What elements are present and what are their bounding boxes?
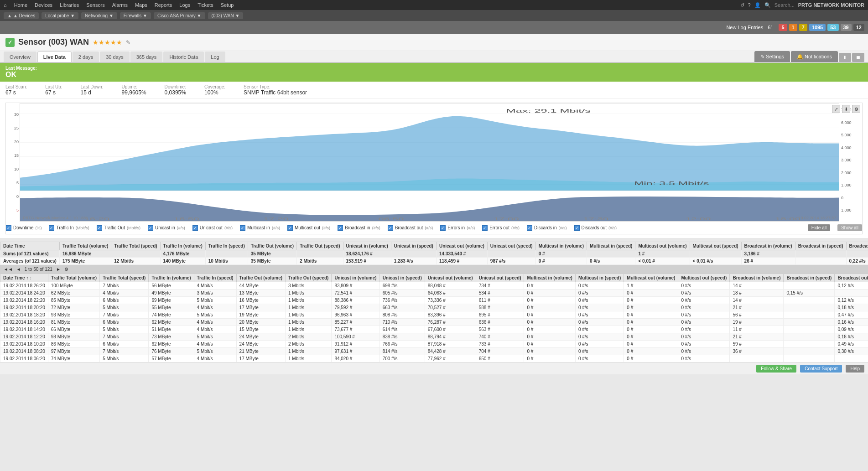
col-to-spd[interactable]: Traffic Out (speed)	[297, 242, 343, 250]
contact-support-btn[interactable]: Contact Support	[800, 365, 842, 373]
legend-checkbox-traffic-out[interactable]	[97, 225, 102, 231]
tab-30days[interactable]: 30 days	[100, 52, 130, 62]
nav-setup[interactable]: Setup	[221, 2, 234, 8]
bc-cisco[interactable]: Cisco ASA Primary ▼	[154, 12, 205, 19]
legend-discards-in[interactable]: Discards in (#/s)	[527, 225, 567, 231]
th-ti-spd[interactable]: Traffic In (speed)	[194, 274, 236, 282]
legend-checkbox-broadcast-out[interactable]	[388, 225, 393, 231]
th-ui-vol[interactable]: Unicast in (volume)	[332, 274, 379, 282]
th-uo-vol[interactable]: Unicast out (volume)	[425, 274, 476, 282]
col-mi-vol[interactable]: Multicast in (volume)	[535, 242, 587, 250]
bc-firewalls[interactable]: Firewalls ▼	[120, 12, 151, 19]
pagination-arrow-first[interactable]: ◄◄	[4, 267, 13, 272]
legend-checkbox-broadcast-in[interactable]	[338, 225, 343, 231]
th-mi-vol[interactable]: Multicast in (volume)	[524, 274, 575, 282]
th-to-vol[interactable]: Traffic Out (volume)	[236, 274, 285, 282]
nav-logs[interactable]: Logs	[179, 2, 190, 8]
sensor-stars[interactable]: ★★★★★	[93, 39, 122, 46]
col-uo-vol[interactable]: Unicast out (volume)	[436, 242, 487, 250]
tab-log[interactable]: Log	[205, 52, 225, 62]
user-icon[interactable]: 👤	[754, 2, 761, 8]
th-mo-spd[interactable]: Multicast out (speed)	[678, 274, 730, 282]
bc-networking[interactable]: Networking ▼	[81, 12, 117, 19]
col-mo-spd[interactable]: Multicast out (speed)	[690, 242, 741, 250]
nav-reports[interactable]: Reports	[155, 2, 172, 8]
nav-sensors[interactable]: Sensors	[86, 2, 104, 8]
col-tt-vol[interactable]: Traffic Total (volume)	[59, 242, 111, 250]
legend-errors-out[interactable]: Errors out (#/s)	[482, 225, 520, 231]
th-mi-spd[interactable]: Multicast in (speed)	[575, 274, 624, 282]
th-datetime[interactable]: Date Time ↑	[0, 274, 48, 282]
col-ti-spd[interactable]: Traffic In (speed)	[205, 242, 248, 250]
nav-devices[interactable]: Devices	[35, 2, 52, 8]
legend-downtime[interactable]: Downtime (%)	[6, 225, 42, 231]
nav-tickets[interactable]: Tickets	[198, 2, 213, 8]
search-icon[interactable]: 🔍	[764, 2, 771, 8]
help-icon[interactable]: ?	[748, 2, 751, 8]
bc-home[interactable]: ▲ ▲ Devices	[4, 12, 39, 19]
col-mi-spd[interactable]: Multicast in (speed)	[587, 242, 635, 250]
badge-teal[interactable]: 53	[827, 24, 838, 31]
th-bo-vol[interactable]: Broadcast out ↑	[835, 274, 868, 282]
legend-unicast-out[interactable]: Unicast out (#/s)	[192, 225, 233, 231]
nav-home[interactable]: Home	[14, 2, 27, 8]
col-to-vol[interactable]: Traffic Out (volume)	[248, 242, 296, 250]
col-uo-spd[interactable]: Unicast out (speed)	[487, 242, 535, 250]
legend-checkbox-unicast-in[interactable]	[148, 225, 153, 231]
col-bo-vol[interactable]: Broadcast out ↑	[846, 242, 868, 250]
bc-localprobe[interactable]: Local probe ▼	[42, 12, 78, 19]
search-box[interactable]: Search...	[774, 2, 795, 8]
pagination-arrow-next[interactable]: ►	[56, 267, 61, 272]
legend-checkbox-discards-in[interactable]	[527, 225, 532, 231]
chart-config-btn[interactable]: ⚙	[852, 105, 860, 113]
legend-checkbox-downtime[interactable]	[6, 225, 11, 231]
th-bi-vol[interactable]: Broadcast in (volume)	[730, 274, 784, 282]
tab-overview[interactable]: Overview	[4, 52, 36, 62]
legend-checkbox-multicast-in[interactable]	[240, 225, 245, 231]
th-ti-vol[interactable]: Traffic In (volume)	[149, 274, 194, 282]
nav-alarms[interactable]: Alarms	[112, 2, 128, 8]
tab-365days[interactable]: 365 days	[130, 52, 163, 62]
col-ui-vol[interactable]: Unicast in (volume)	[343, 242, 391, 250]
pagination-arrow-settings[interactable]: ⚙	[64, 267, 68, 272]
th-bi-spd[interactable]: Broadcast in (speed)	[784, 274, 835, 282]
th-tt-spd[interactable]: Traffic Total (speed)	[100, 274, 149, 282]
th-tt-vol[interactable]: Traffic Total (volume)	[48, 274, 99, 282]
legend-checkbox-discards-out[interactable]	[574, 225, 580, 231]
edit-icon[interactable]: ✎	[126, 39, 130, 46]
chart-download-btn[interactable]: ⬇	[842, 105, 850, 113]
legend-traffic-in[interactable]: Traffic In (Mbit/s)	[49, 225, 89, 231]
tab-livedata[interactable]: Live Data	[37, 52, 72, 62]
nav-libraries[interactable]: Libraries	[60, 2, 79, 8]
badge-orange[interactable]: 1	[789, 24, 797, 31]
badge-yellow[interactable]: 7	[799, 24, 807, 31]
help-btn[interactable]: Help	[846, 365, 864, 373]
badge-gray[interactable]: 39	[841, 24, 852, 31]
legend-errors-in[interactable]: Errors in (#/s)	[440, 225, 475, 231]
th-uo-spd[interactable]: Unicast out (speed)	[476, 274, 524, 282]
col-bi-vol[interactable]: Broadcast in (volume)	[741, 242, 795, 250]
badge-blue[interactable]: 1095	[809, 24, 826, 31]
tab-historicdata[interactable]: Historic Data	[163, 52, 204, 62]
tab-settings[interactable]: ✎ Settings	[754, 51, 790, 62]
tab-notifications[interactable]: 🔔 Notifications	[791, 51, 838, 62]
hide-all-btn[interactable]: Hide all	[808, 224, 830, 231]
pause-btn[interactable]: ⏸	[839, 53, 851, 62]
col-ti-vol[interactable]: Traffic In (volume)	[160, 242, 205, 250]
legend-checkbox-errors-out[interactable]	[482, 225, 488, 231]
col-ui-spd[interactable]: Unicast in (speed)	[391, 242, 436, 250]
badge-red[interactable]: 5	[779, 24, 787, 31]
legend-multicast-in[interactable]: Multicast in (#/s)	[240, 225, 280, 231]
show-all-btn[interactable]: Show all	[837, 224, 862, 231]
tab-2days[interactable]: 2 days	[73, 52, 99, 62]
nav-maps[interactable]: Maps	[135, 2, 147, 8]
legend-checkbox-multicast-out[interactable]	[287, 225, 293, 231]
bc-wan[interactable]: (003) WAN ▼	[208, 12, 244, 19]
legend-broadcast-in[interactable]: Broadcast in (#/s)	[338, 225, 380, 231]
legend-discards-out[interactable]: Discards out (#/s)	[574, 225, 617, 231]
stop-btn[interactable]: ⏹	[852, 53, 864, 62]
legend-checkbox-unicast-out[interactable]	[192, 225, 198, 231]
pagination-arrow-prev[interactable]: ◄	[16, 267, 21, 272]
th-to-spd[interactable]: Traffic Out (speed)	[286, 274, 332, 282]
legend-traffic-out[interactable]: Traffic Out (Mbit/s)	[97, 225, 140, 231]
